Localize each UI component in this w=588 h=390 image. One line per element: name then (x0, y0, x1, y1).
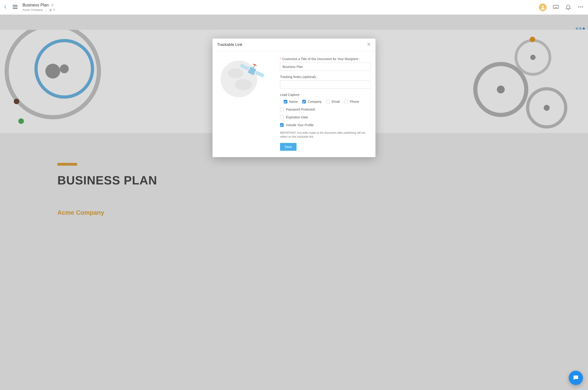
expiration-date-label: Expiration Date (286, 115, 308, 119)
notes-field-label: Tracking Notes (optional) : (280, 75, 371, 79)
keyboard-icon[interactable] (553, 4, 559, 11)
modal-title: Trackable Link (217, 43, 242, 47)
lead-name-checkbox[interactable] (284, 100, 287, 103)
title-input[interactable] (280, 63, 371, 71)
svg-point-13 (580, 6, 581, 7)
lead-email-label: Email (332, 100, 340, 103)
bell-icon[interactable] (565, 4, 572, 11)
password-protected-checkbox[interactable] (280, 108, 284, 111)
people-count-value: 3 (53, 8, 55, 12)
svg-point-3 (50, 9, 51, 10)
lead-phone-label: Phone (350, 100, 359, 103)
svg-point-14 (582, 6, 583, 7)
svg-point-4 (51, 9, 52, 10)
meta-separator: │ (45, 8, 47, 12)
svg-point-17 (220, 61, 257, 97)
svg-point-5 (542, 5, 543, 7)
page-area: BUSINESS PLAN Acme Company Trackable Lin… (0, 15, 588, 390)
svg-rect-6 (553, 5, 558, 8)
lead-capture-label: Lead Capture (280, 93, 371, 97)
doc-title-block: Business Plan Acme Company │ 3 (22, 3, 55, 12)
title-field-label: *Customize a Title of this Document for … (280, 57, 371, 61)
lead-company-label: Company (308, 100, 321, 103)
topbar: Business Plan Acme Company │ 3 (0, 0, 588, 15)
lead-company-checkbox[interactable] (302, 100, 306, 103)
avatar[interactable] (539, 3, 547, 11)
star-icon[interactable] (51, 3, 54, 7)
people-count[interactable]: 3 (49, 8, 55, 12)
lead-phone-checkbox[interactable] (344, 100, 348, 103)
hamburger-icon[interactable] (12, 4, 18, 11)
chat-fab[interactable] (569, 371, 583, 385)
svg-point-19 (235, 79, 252, 90)
doc-company: Acme Company (22, 8, 43, 12)
doc-title: Business Plan (22, 3, 49, 8)
fine-print: IMPORTANT: Any edits made to the documen… (280, 131, 371, 139)
more-icon[interactable] (578, 4, 584, 11)
svg-point-12 (578, 6, 580, 7)
save-button[interactable]: Save (280, 143, 297, 151)
svg-point-18 (228, 68, 243, 78)
close-icon[interactable] (367, 42, 371, 47)
back-icon[interactable] (3, 4, 8, 10)
include-profile-label: Include Your Profile (286, 123, 314, 127)
trackable-link-modal: Trackable Link (213, 39, 375, 157)
include-profile-checkbox[interactable] (280, 123, 284, 127)
lead-capture-row: Name Company Email Phone (284, 100, 371, 103)
expiration-date-checkbox[interactable] (280, 115, 284, 119)
password-protected-label: Password Protected (286, 108, 315, 111)
topbar-right (539, 3, 584, 11)
satellite-illustration (217, 57, 274, 151)
notes-input[interactable] (280, 81, 371, 89)
lead-name-label: Name (289, 100, 298, 103)
lead-email-checkbox[interactable] (326, 100, 330, 103)
